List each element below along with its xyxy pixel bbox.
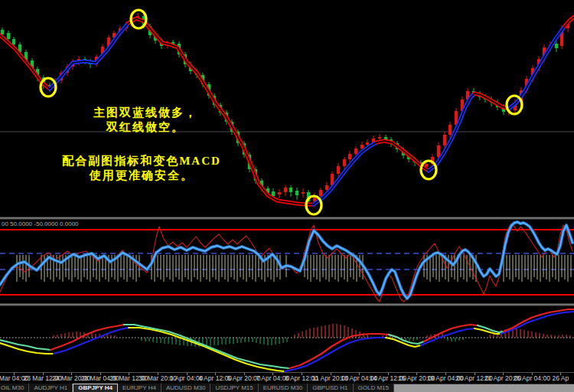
macd-canvas [0, 306, 574, 372]
time-axis-label: 26 Ap [553, 374, 569, 382]
main-chart-pane[interactable]: 主图双蓝线做多， 双红线做空。 配合副图指标和变色MACD 使用更准确安全。 [0, 0, 574, 217]
chart-tabs-bar: OIL M30AUDJPY H1GBPJPY H4EURJPY H4AUDUSD… [0, 384, 574, 392]
oscillator-canvas [0, 220, 574, 303]
tab-gbpjpy-h4[interactable]: GBPJPY H4 [73, 384, 118, 392]
chart-tabs: OIL M30AUDJPY H1GBPJPY H4EURJPY H4AUDUSD… [0, 384, 394, 392]
oscillator-pane[interactable]: 00 50.0000 -50.0000 0.0000 [0, 220, 574, 303]
tab-audusd-m30[interactable]: AUDUSD M30 [161, 384, 211, 392]
tab-audjpy-h1[interactable]: AUDJPY H1 [29, 384, 73, 392]
tab-gold-m15[interactable]: GOLD M15 [354, 384, 394, 392]
tab-eurjpy-h4[interactable]: EURJPY H4 [118, 384, 161, 392]
time-axis: Mar 04:0023 Mar 12:0024 Mar 20:0028 Mar … [0, 373, 574, 384]
tab-bar-filler [394, 384, 574, 392]
indicator-values-label: 00 50.0000 -50.0000 0.0000 [2, 220, 79, 227]
mt4-chart-window: 主图双蓝线做多， 双红线做空。 配合副图指标和变色MACD 使用更准确安全。 0… [0, 0, 574, 392]
main-chart-canvas [0, 0, 574, 217]
macd-pane[interactable] [0, 306, 574, 372]
tab-gbpusd-h1[interactable]: GBPUSD H1 [308, 384, 353, 392]
tab-usdjpy-m15[interactable]: USDJPY M15 [210, 384, 258, 392]
time-axis-label: 25 Apr 04:00 [514, 374, 550, 382]
tab-oil-m30[interactable]: OIL M30 [0, 384, 29, 392]
tab-eurusd-m30[interactable]: EURUSD M30 [259, 384, 308, 392]
